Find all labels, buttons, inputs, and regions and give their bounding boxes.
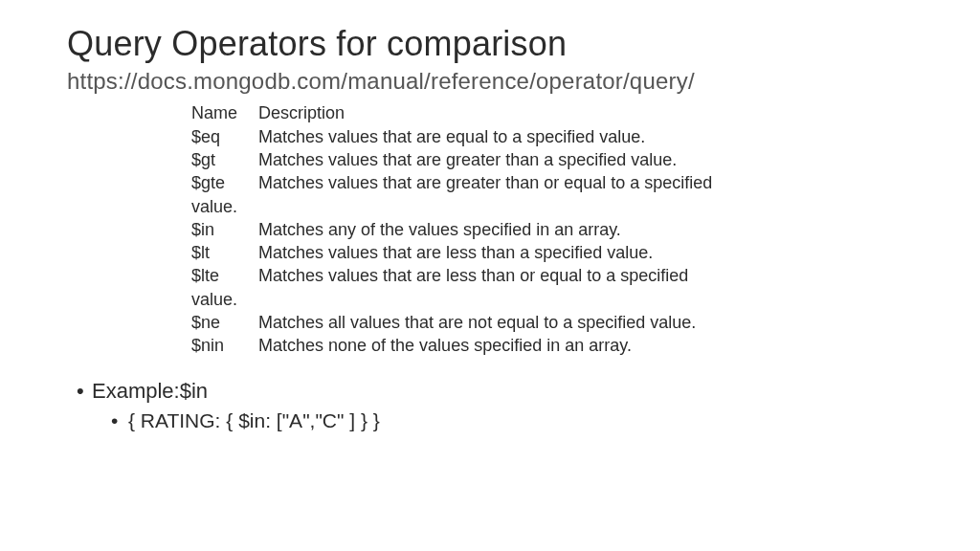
table-row: $ninMatches none of the values specified… <box>191 334 727 357</box>
example-label: Example:$in <box>92 379 208 403</box>
table-row: $neMatches all values that are not equal… <box>191 311 727 334</box>
op-description: Matches values that are greater than or … <box>191 173 712 215</box>
bullet-icon: • <box>111 409 128 432</box>
slide-title: Query Operators for comparison <box>67 23 913 64</box>
op-name: $lte <box>191 264 258 287</box>
op-name: $in <box>191 218 258 241</box>
table-row: $eqMatches values that are equal to a sp… <box>191 125 727 148</box>
op-description: Matches values that are greater than a s… <box>258 150 677 169</box>
header-name: Name <box>191 101 258 124</box>
header-description: Description <box>258 103 345 122</box>
op-name: $nin <box>191 334 258 357</box>
example-label-line: •Example:$in <box>77 379 913 404</box>
op-name: $eq <box>191 125 258 148</box>
op-description: Matches values that are equal to a speci… <box>258 127 645 146</box>
table-row: $ltMatches values that are less than a s… <box>191 241 727 264</box>
example-code: { RATING: { $in: ["A","C" ] } } <box>128 409 380 431</box>
op-description: Matches none of the values specified in … <box>258 336 632 355</box>
bullet-icon: • <box>77 379 92 404</box>
op-description: Matches all values that are not equal to… <box>258 313 696 332</box>
op-description: Matches values that are less than a spec… <box>258 243 653 262</box>
op-name: $lt <box>191 241 258 264</box>
table-row: $inMatches any of the values specified i… <box>191 218 727 241</box>
op-name: $gte <box>191 171 258 194</box>
operators-table: NameDescription $eqMatches values that a… <box>191 101 727 357</box>
table-header-row: NameDescription <box>191 101 727 124</box>
table-row: $gtMatches values that are greater than … <box>191 148 727 171</box>
slide-subtitle-url: https://docs.mongodb.com/manual/referenc… <box>67 66 913 96</box>
table-row: $lteMatches values that are less than or… <box>191 264 727 311</box>
op-name: $gt <box>191 148 258 171</box>
example-code-line: •{ RATING: { $in: ["A","C" ] } } <box>111 409 913 432</box>
table-row: $gteMatches values that are greater than… <box>191 171 727 218</box>
op-description: Matches values that are less than or equ… <box>191 266 688 308</box>
op-description: Matches any of the values specified in a… <box>258 220 621 239</box>
example-block: •Example:$in •{ RATING: { $in: ["A","C" … <box>77 379 913 432</box>
op-name: $ne <box>191 311 258 334</box>
